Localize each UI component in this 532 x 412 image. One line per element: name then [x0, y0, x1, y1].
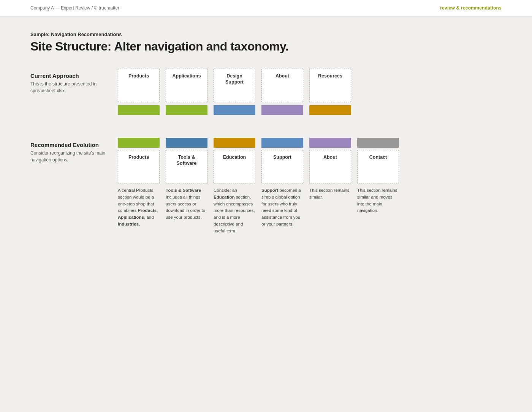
rec-nav-column: AboutThis section remains similar.	[309, 138, 351, 235]
sample-label-text: Navigation Recommendations	[50, 32, 122, 37]
rec-nav-column: SupportSupport becomes a simple global o…	[261, 138, 303, 235]
header-right-text: review & recommendations	[440, 5, 502, 11]
rec-nav-bar	[357, 138, 399, 148]
rec-nav-column: ContactThis section remains similar and …	[357, 138, 399, 235]
current-approach-desc: This is the structure presented in sprea…	[30, 81, 106, 94]
current-nav-box: Design Support	[214, 69, 255, 102]
current-nav-bar	[309, 105, 351, 115]
rec-nav-desc: Tools & Software Includes all things use…	[166, 187, 207, 221]
recommended-row: Recommended Evolution Consider reorganiz…	[30, 138, 502, 235]
sample-label: Sample: Navigation Recommendations	[30, 32, 502, 37]
recommended-label: Recommended Evolution	[30, 142, 118, 148]
current-nav-column: Design Support	[214, 69, 255, 115]
rec-nav-box: Tools & Software	[166, 150, 207, 183]
rec-nav-box: About	[309, 150, 351, 183]
recommended-section: Recommended Evolution Consider reorganiz…	[30, 138, 502, 235]
rec-nav-bar	[166, 138, 207, 148]
rec-nav-box: Education	[214, 150, 255, 183]
rec-nav-column: ProductsA central Products section would…	[118, 138, 160, 235]
current-nav-box: About	[261, 69, 303, 102]
rec-nav-box: Contact	[357, 150, 399, 183]
rec-nav-column: Tools & SoftwareTools & Software Include…	[166, 138, 207, 235]
main-content: Sample: Navigation Recommendations Site …	[0, 16, 532, 276]
current-nav-boxes: ProductsApplicationsDesign SupportAboutR…	[118, 69, 351, 115]
current-approach-label: Current Approach	[30, 73, 118, 79]
current-nav-bar	[261, 105, 303, 115]
current-nav-bar	[166, 105, 207, 115]
rec-nav-desc: Support becomes a simple global option f…	[261, 187, 303, 228]
page-title: Site Structure: Alter navigation and tax…	[30, 39, 502, 54]
rec-nav-bar	[118, 138, 160, 148]
sample-label-bold: Sample:	[30, 32, 50, 37]
current-nav-column: Resources	[309, 69, 351, 115]
current-nav-bar	[214, 105, 255, 115]
current-nav-box: Resources	[309, 69, 351, 102]
rec-nav-column: EducationConsider an Education section, …	[214, 138, 255, 235]
current-nav-bar	[118, 105, 160, 115]
rec-nav-desc: This section remains similar and moves i…	[357, 187, 399, 214]
recommended-desc: Consider reorganizing the site's main na…	[30, 150, 106, 163]
rec-nav-box: Support	[261, 150, 303, 183]
rec-nav-bar	[261, 138, 303, 148]
rec-nav-desc: Consider an Education section, which enc…	[214, 187, 255, 235]
rec-nav-bar	[309, 138, 351, 148]
rec-nav-desc: This section remains similar.	[309, 187, 351, 201]
rec-nav-bar	[214, 138, 255, 148]
current-nav-column: About	[261, 69, 303, 115]
current-nav-box: Products	[118, 69, 160, 102]
current-approach-section: Current Approach This is the structure p…	[30, 69, 502, 115]
recommended-nav-boxes: ProductsA central Products section would…	[118, 138, 399, 235]
current-nav-box: Applications	[166, 69, 207, 102]
rec-nav-desc: A central Products section would be a on…	[118, 187, 160, 228]
current-nav-column: Applications	[166, 69, 207, 115]
recommended-info: Recommended Evolution Consider reorganiz…	[30, 138, 118, 163]
header: Company A — Expert Review / © truematter…	[0, 0, 532, 16]
current-approach-row: Current Approach This is the structure p…	[30, 69, 502, 115]
rec-nav-box: Products	[118, 150, 160, 183]
header-left-text: Company A — Expert Review / © truematter	[30, 5, 119, 11]
current-approach-info: Current Approach This is the structure p…	[30, 69, 118, 94]
current-nav-column: Products	[118, 69, 160, 115]
